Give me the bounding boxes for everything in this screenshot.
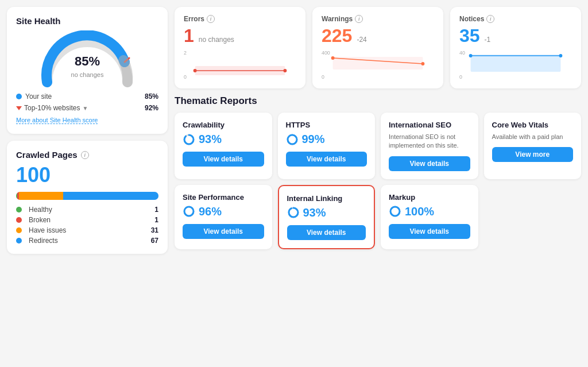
svg-point-24	[184, 207, 194, 216]
internal-linking-view-btn[interactable]: View details	[287, 225, 366, 240]
crawlability-view-btn[interactable]: View details	[183, 152, 264, 167]
site-performance-score: 96%	[199, 205, 222, 218]
metrics-row: Errors i 1 no changes 2 0	[175, 7, 581, 88]
redirects-val: 67	[151, 237, 158, 245]
more-about-link[interactable]: More about Site Health score	[16, 117, 98, 124]
site-performance-icon	[183, 205, 195, 218]
issues-dot	[16, 227, 22, 233]
notices-value: 35	[459, 25, 480, 47]
markup-name: Markup	[389, 193, 470, 202]
svg-rect-15	[471, 55, 561, 72]
redirects-bar-seg	[63, 192, 158, 200]
dashboard: Site Health 85% no changes	[7, 7, 581, 254]
healthy-dot	[16, 207, 22, 213]
crawled-pages-title: Crawled Pages	[16, 150, 78, 160]
internal-linking-score: 93%	[303, 206, 326, 219]
chevron-down-icon[interactable]: ▼	[82, 105, 88, 111]
international-seo-name: International SEO	[389, 121, 470, 129]
errors-label: Errors i	[184, 15, 296, 23]
notices-label: Notices i	[459, 15, 572, 23]
your-site-dot	[16, 94, 22, 99]
errors-info-icon[interactable]: i	[207, 15, 215, 23]
svg-text:0: 0	[184, 74, 187, 80]
issues-bar-seg	[19, 192, 63, 200]
notices-chart: 40 0	[459, 49, 572, 80]
reports-row1: Crawlability 93% View details HTTPS	[175, 113, 581, 179]
markup-view-btn[interactable]: View details	[389, 224, 470, 239]
internal-linking-icon	[287, 206, 300, 219]
markup-score: 100%	[405, 205, 434, 218]
notices-card: Notices i 35 -1 40 0	[450, 7, 581, 88]
warnings-label: Warnings i	[322, 15, 434, 23]
svg-point-22	[288, 135, 297, 144]
healthy-label: Healthy	[29, 206, 52, 214]
crawled-pages-card: Crawled Pages i 100 Healthy 1 Broken	[7, 141, 168, 254]
crawled-legend: Healthy 1 Broken 1 Have issues 31 Redire…	[16, 206, 158, 245]
your-site-row: Your site 85%	[16, 92, 158, 101]
list-item: Have issues	[16, 226, 151, 234]
internal-linking-score-row: 93%	[287, 206, 366, 219]
markup-score-row: 100%	[389, 205, 470, 218]
top10-label: Top-10% websites	[24, 104, 80, 112]
warnings-info-icon[interactable]: i	[355, 15, 363, 23]
notices-change: -1	[485, 36, 491, 44]
international-seo-card: International SEO International SEO is n…	[381, 113, 478, 179]
warnings-chart: 400 0	[322, 49, 434, 80]
https-score-icon	[286, 133, 299, 146]
svg-point-17	[469, 54, 473, 57]
site-health-card: Site Health 85% no changes	[7, 7, 168, 134]
core-web-vitals-view-btn[interactable]: View more	[492, 147, 574, 162]
your-site-val: 85%	[145, 92, 158, 101]
healthy-val: 1	[151, 206, 158, 214]
crawled-bar	[16, 192, 158, 200]
crawlability-card: Crawlability 93% View details	[175, 113, 272, 179]
svg-text:400: 400	[322, 50, 330, 56]
notices-info-icon[interactable]: i	[486, 15, 494, 23]
empty-cell	[484, 185, 582, 249]
svg-point-18	[559, 54, 562, 57]
markup-card: Markup 100% View details	[381, 185, 478, 249]
broken-val: 1	[151, 216, 158, 224]
crawlability-score-row: 93%	[183, 133, 264, 146]
gauge-container: 85% no changes	[36, 30, 139, 88]
svg-point-28	[390, 207, 400, 216]
svg-point-26	[289, 208, 298, 217]
crawlability-score: 93%	[199, 133, 222, 146]
svg-point-12	[421, 62, 424, 65]
info-icon[interactable]: i	[81, 151, 89, 159]
international-seo-view-btn[interactable]: View details	[389, 156, 470, 171]
site-performance-view-btn[interactable]: View details	[183, 224, 264, 239]
errors-value: 1	[184, 25, 194, 47]
gauge-percent: 85%	[71, 54, 104, 69]
svg-text:2: 2	[184, 50, 187, 56]
list-item: Redirects	[16, 237, 151, 245]
broken-dot	[16, 217, 22, 223]
issues-label: Have issues	[29, 226, 66, 234]
markup-icon	[389, 205, 401, 218]
core-web-vitals-card: Core Web Vitals Available with a paid pl…	[484, 113, 582, 179]
https-score-row: 99%	[286, 133, 368, 146]
warnings-value: 225	[322, 25, 352, 47]
gauge-center: 85% no changes	[71, 54, 104, 79]
https-name: HTTPS	[286, 121, 368, 129]
site-performance-name: Site Performance	[183, 193, 264, 202]
list-item: Healthy	[16, 206, 151, 214]
site-health-title: Site Health	[16, 16, 158, 26]
triangle-down-icon	[16, 106, 22, 110]
crawlability-name: Crawlability	[183, 121, 264, 129]
svg-text:0: 0	[459, 74, 462, 80]
right-column: Errors i 1 no changes 2 0	[175, 7, 581, 254]
warnings-value-row: 225 -24	[322, 25, 434, 47]
https-score: 99%	[302, 133, 325, 146]
thematic-reports: Thematic Reports Crawlability 93% View d…	[175, 95, 581, 249]
notices-value-row: 35 -1	[459, 25, 572, 47]
thematic-title: Thematic Reports	[175, 95, 581, 107]
list-item: Broken	[16, 216, 151, 224]
internal-linking-card: Internal Linking 93% View details	[278, 185, 376, 249]
crawlability-score-icon	[183, 133, 195, 146]
https-view-btn[interactable]: View details	[286, 152, 368, 167]
site-performance-score-row: 96%	[183, 205, 264, 218]
left-column: Site Health 85% no changes	[7, 7, 168, 254]
errors-change: no changes	[199, 36, 234, 44]
top10-val: 92%	[145, 104, 158, 112]
